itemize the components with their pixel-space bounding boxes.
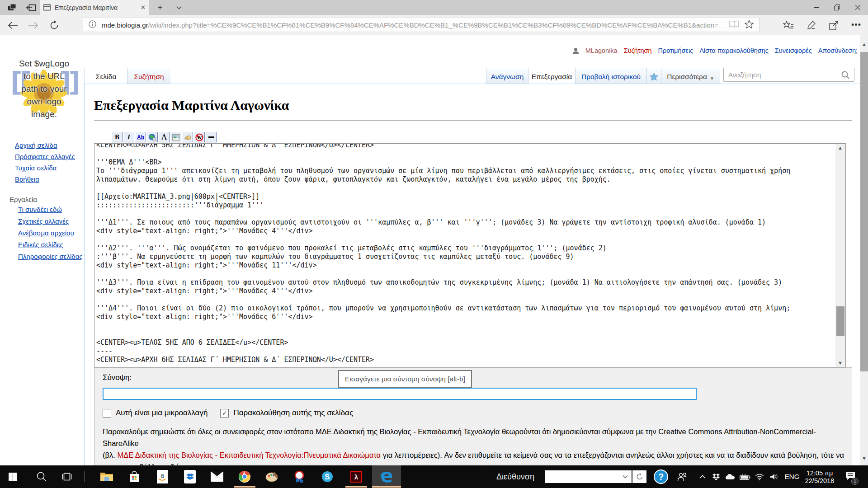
- search-input[interactable]: Αναζήτηση: [728, 71, 841, 79]
- tab-preview-chevron-icon[interactable]: [173, 0, 185, 15]
- help-icon[interactable]: ?: [654, 469, 668, 484]
- microsoft-store-icon[interactable]: [123, 465, 145, 488]
- user-page-link[interactable]: MLagonika: [585, 47, 618, 54]
- sidebar-item-help[interactable]: Βοήθεια: [15, 175, 39, 183]
- address-bar[interactable]: mde.biologia.gr/wiki/index.php?title=%CE…: [83, 18, 760, 32]
- mail-icon[interactable]: [206, 465, 228, 488]
- volume-icon[interactable]: [767, 465, 782, 488]
- people-icon[interactable]: [675, 465, 689, 488]
- action-center-icon[interactable]: 1: [840, 465, 861, 488]
- search-box[interactable]: Αναζήτηση: [723, 68, 854, 82]
- editor-scrollbar[interactable]: ▲ ▼: [835, 144, 845, 367]
- logout-link[interactable]: Αποσύνδεση;: [818, 47, 858, 54]
- tab-close-icon[interactable]: ✕: [141, 4, 146, 11]
- sidebar-item-random-page[interactable]: Τυχαία σελίδα: [15, 164, 57, 172]
- sidebar-item-upload-file[interactable]: Ανέβασμα αρχείου: [18, 229, 74, 237]
- tab-page[interactable]: Σελίδα: [85, 68, 127, 84]
- sidebar-tools-header: Εργαλεία: [9, 196, 37, 203]
- battery-icon[interactable]: [738, 465, 752, 488]
- tab-read[interactable]: Ανάγνωση: [486, 68, 528, 84]
- wiki-logo[interactable]: [[ ]] Set $wgLogo to the URL path to you…: [7, 49, 81, 128]
- contributions-link[interactable]: Συνεισφορές: [775, 47, 812, 54]
- refresh-button[interactable]: [46, 15, 62, 35]
- nowiki-button[interactable]: W: [194, 132, 205, 142]
- media-file-button[interactable]: [182, 132, 193, 142]
- set-tabs-aside-icon[interactable]: [24, 0, 39, 15]
- page-scrollbar[interactable]: ▲ ▼: [860, 35, 868, 465]
- page-title: Επεξεργασία Μαριτίνα Λαγωνίκα: [94, 98, 852, 121]
- summary-input[interactable]: [103, 388, 697, 400]
- url-text: mde.biologia.gr/wiki/index.php?title=%CE…: [102, 21, 724, 29]
- sidebar-item-main-page[interactable]: Αρχική σελίδα: [15, 141, 57, 149]
- wikitext-editor[interactable]: <CENTER><u>ΑΡΧΗ 5ΗΣ ΣΕΛΙΔΑΣ Γ΄ ΗΜΕΡΗΣΙΩΝ…: [94, 143, 846, 367]
- tray-chevron-icon[interactable]: [696, 465, 709, 488]
- reading-view-icon[interactable]: [729, 20, 739, 30]
- favorite-star-icon[interactable]: [745, 20, 754, 30]
- adobe-acrobat-icon[interactable]: λ: [345, 465, 367, 488]
- italic-button[interactable]: I: [123, 132, 134, 142]
- headline-button[interactable]: A: [159, 132, 170, 142]
- start-button[interactable]: [2, 465, 24, 488]
- watch-star-icon[interactable]: [646, 68, 661, 84]
- browser-tab[interactable]: Επεξεργασία Μαριτίνα ✕: [40, 0, 149, 15]
- bold-button[interactable]: B: [112, 132, 123, 142]
- skype-icon[interactable]: S: [316, 465, 338, 488]
- amazon-icon[interactable]: a: [151, 465, 173, 488]
- address-toolbar-label: Διεύθυνση: [488, 465, 542, 488]
- tab-more-dropdown[interactable]: Περισσότερα▼: [661, 68, 720, 84]
- sidebar-item-page-info[interactable]: Πληροφορίες σελίδας: [18, 253, 83, 260]
- internal-link-button[interactable]: Ab: [135, 132, 146, 142]
- tab-history[interactable]: Προβολή ιστορικού: [575, 68, 646, 84]
- sidebar-item-special-pages[interactable]: Ειδικές σελίδες: [18, 241, 63, 249]
- taskbar-search-icon[interactable]: [31, 465, 52, 488]
- new-tab-button[interactable]: +: [154, 0, 166, 15]
- annotate-pen-icon[interactable]: [803, 15, 819, 35]
- file-explorer-icon[interactable]: [96, 465, 118, 488]
- external-link-button[interactable]: [147, 132, 158, 142]
- site-info-icon[interactable]: [89, 20, 96, 30]
- tab-edit[interactable]: Επεξεργασία: [528, 68, 575, 84]
- address-dropdown-chevron-icon[interactable]: [623, 475, 628, 479]
- page-favicon-icon: [43, 4, 51, 11]
- search-icon[interactable]: [841, 71, 849, 79]
- screenhunter-icon[interactable]: [289, 465, 311, 488]
- preferences-link[interactable]: Προτιμήσεις: [658, 47, 693, 54]
- edge-taskbar-slot[interactable]: [372, 465, 401, 488]
- user-talk-link[interactable]: Συζήτηση: [624, 47, 652, 54]
- paint-icon[interactable]: [261, 465, 283, 488]
- wifi-icon[interactable]: [753, 465, 766, 488]
- share-icon[interactable]: [826, 15, 842, 35]
- tabs-aside-icon[interactable]: [5, 0, 20, 15]
- page-scrollbar-thumb[interactable]: [860, 52, 868, 371]
- sidebar-item-recent-changes[interactable]: Πρόσφατες αλλαγές: [15, 153, 75, 160]
- language-indicator[interactable]: ENG: [783, 465, 802, 488]
- more-options-icon[interactable]: •••: [848, 15, 864, 35]
- dropbox-app-icon[interactable]: [179, 465, 201, 488]
- sidebar-item-related-changes[interactable]: Σχετικές αλλαγές: [18, 217, 69, 225]
- address-toolbar-input[interactable]: [545, 470, 632, 483]
- user-links: MLagonika Συζήτηση Προτιμήσεις Λίστα παρ…: [572, 47, 858, 54]
- close-window-button[interactable]: [847, 0, 868, 15]
- task-view-icon[interactable]: [56, 465, 78, 488]
- watchlist-link[interactable]: Λίστα παρακολούθησης: [699, 47, 769, 54]
- back-button[interactable]: [5, 15, 21, 35]
- onedrive-icon[interactable]: [723, 465, 737, 488]
- minimize-button[interactable]: [806, 0, 826, 15]
- logo-text-line: own logo: [7, 97, 81, 107]
- editor-scrollbar-thumb[interactable]: [836, 306, 844, 336]
- tray-dropbox-icon[interactable]: [710, 465, 722, 488]
- copyright-link[interactable]: ΜΔΕ Διδακτική της Βιολογίας - Εκπαιδευτι…: [117, 451, 381, 459]
- svg-text:λ: λ: [354, 473, 359, 481]
- hub-favorites-icon[interactable]: [780, 15, 797, 35]
- sidebar-item-what-links-here[interactable]: Τι συνδέει εδώ: [18, 206, 62, 213]
- address-go-button[interactable]: [632, 470, 646, 483]
- tab-talk[interactable]: Συζήτηση: [127, 68, 170, 84]
- embedded-image-button[interactable]: [170, 132, 181, 142]
- horizontal-line-button[interactable]: [206, 132, 217, 142]
- forward-button[interactable]: [25, 15, 42, 35]
- taskbar-clock[interactable]: 12:05 πμ 22/5/2018: [804, 465, 835, 488]
- watch-page-checkbox[interactable]: ✓: [220, 409, 229, 418]
- minor-edit-checkbox[interactable]: [103, 409, 111, 418]
- chrome-icon[interactable]: [234, 465, 255, 488]
- restore-button[interactable]: [826, 0, 847, 15]
